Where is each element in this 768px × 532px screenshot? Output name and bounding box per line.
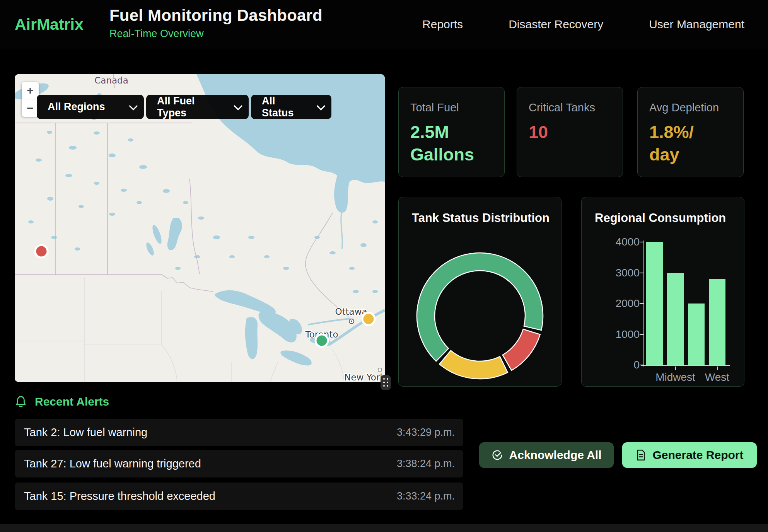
map-label-canada: Canada	[94, 75, 128, 85]
map-canvas[interactable]: Canada Ottawa Toronto New York	[15, 74, 385, 382]
map-panel[interactable]: Canada Ottawa Toronto New York + − All R…	[15, 74, 385, 382]
tank-marker-critical[interactable]	[35, 245, 48, 257]
bar-region-3	[688, 304, 705, 365]
alert-row[interactable]: Tank 27: Low fuel warning triggered 3:38…	[15, 450, 463, 477]
regions-dropdown[interactable]: All Regions	[37, 95, 144, 119]
acknowledge-all-button[interactable]: Acknowledge All	[479, 442, 614, 468]
alert-message: Tank 2: Low fuel warning	[24, 426, 147, 439]
acknowledge-all-label: Acknowledge All	[509, 448, 602, 462]
nav-reports[interactable]: Reports	[422, 18, 463, 31]
generate-report-label: Generate Report	[652, 448, 743, 462]
alert-message: Tank 15: Pressure threshold exceeded	[24, 490, 215, 503]
stat-label: Total Fuel	[410, 101, 493, 114]
chevron-down-icon	[129, 101, 138, 110]
map-filter-bar: All Regions All Fuel Types All Status	[37, 95, 331, 119]
tank-status-donut-chart	[399, 227, 562, 397]
alert-row[interactable]: Tank 2: Low fuel warning 3:43:29 p.m.	[15, 419, 463, 446]
y-tick-mark	[640, 365, 643, 365]
donut-chart-title: Tank Status Distribution	[412, 211, 550, 225]
stat-value-total-fuel: 2.5M Gallons	[410, 121, 484, 165]
map-label-ottawa: Ottawa	[335, 307, 367, 317]
nav-user-management[interactable]: User Management	[649, 18, 744, 31]
regional-consumption-card: Regional Consumption 01000200030004000Mi…	[581, 197, 744, 387]
bar-midwest	[667, 273, 684, 365]
fuel-types-dropdown-value: All Fuel Types	[157, 95, 227, 119]
y-tick-label: 4000	[605, 236, 640, 248]
page-title: Fuel Monitoring Dashboard	[109, 6, 323, 25]
x-tick-mark	[717, 367, 718, 370]
status-dropdown-value: All Status	[262, 95, 310, 119]
main-nav: Reports Disaster Recovery User Managemen…	[422, 0, 744, 48]
stat-card-total-fuel: Total Fuel 2.5M Gallons	[398, 87, 505, 177]
generate-report-button[interactable]: Generate Report	[622, 442, 757, 468]
zoom-in-button[interactable]: +	[22, 82, 39, 99]
y-tick-mark	[640, 242, 643, 242]
tank-status-card: Tank Status Distribution	[398, 197, 561, 387]
alert-message: Tank 27: Low fuel warning triggered	[24, 457, 201, 470]
y-tick-label: 2000	[605, 297, 640, 310]
bell-icon	[15, 395, 27, 408]
fuel-types-dropdown[interactable]: All Fuel Types	[146, 95, 249, 119]
ottawa-city-marker-dot	[351, 321, 352, 322]
bar-region-1	[646, 242, 663, 365]
recent-alerts-title: Recent Alerts	[35, 395, 109, 408]
app-logo: AirMatrix	[15, 15, 84, 34]
check-circle-icon	[492, 449, 503, 461]
status-dropdown[interactable]: All Status	[251, 95, 331, 119]
recent-alerts-header: Recent Alerts	[15, 395, 109, 408]
stat-card-critical-tanks: Critical Tanks 10	[517, 87, 623, 177]
chevron-down-icon	[317, 101, 326, 110]
alert-timestamp: 3:43:29 p.m.	[397, 426, 455, 438]
alert-timestamp: 3:33:24 p.m.	[397, 490, 455, 502]
stat-card-avg-depletion: Avg Depletion 1.8%/day	[637, 87, 744, 177]
regions-dropdown-value: All Regions	[48, 101, 105, 113]
stat-value-avg-depletion: 1.8%/day	[649, 121, 698, 165]
x-tick-mark	[675, 367, 676, 370]
document-icon	[635, 449, 646, 461]
page-subtitle: Real-Time Overview	[109, 28, 323, 40]
x-axis	[641, 365, 730, 366]
app-header: AirMatrix Fuel Monitoring Dashboard Real…	[0, 0, 768, 48]
chevron-down-icon	[234, 101, 243, 110]
y-tick-mark	[640, 303, 643, 304]
donut-segment-critical	[503, 329, 540, 370]
map-resize-handle[interactable]	[381, 375, 391, 390]
bottom-strip	[0, 524, 768, 532]
stat-label: Critical Tanks	[529, 101, 611, 114]
y-tick-mark	[640, 273, 643, 273]
y-tick-label: 1000	[605, 328, 640, 341]
title-block: Fuel Monitoring Dashboard Real-Time Over…	[109, 6, 323, 40]
y-tick-mark	[640, 334, 643, 335]
tank-marker-normal[interactable]	[316, 334, 328, 347]
stat-label: Avg Depletion	[649, 101, 732, 114]
y-tick-label: 3000	[605, 267, 640, 279]
x-tick-label: Midwest	[655, 371, 695, 384]
donut-segment-warning	[439, 351, 508, 379]
stat-value-critical-tanks: 10	[529, 121, 602, 143]
zoom-out-button[interactable]: −	[22, 99, 39, 117]
y-axis	[643, 240, 644, 367]
alert-row[interactable]: Tank 15: Pressure threshold exceeded 3:3…	[15, 483, 463, 510]
x-tick-label: West	[705, 371, 729, 384]
regional-consumption-bar-chart: 01000200030004000MidwestWest	[582, 197, 745, 387]
map-zoom-control: + −	[22, 82, 39, 117]
map-label-newyork: New York	[344, 372, 385, 382]
bar-west	[709, 279, 725, 365]
newyork-city-marker	[378, 368, 381, 371]
nav-disaster-recovery[interactable]: Disaster Recovery	[509, 18, 603, 31]
y-tick-label: 0	[605, 359, 640, 371]
alert-timestamp: 3:38:24 p.m.	[397, 458, 455, 470]
tank-marker-warning[interactable]	[362, 313, 375, 325]
